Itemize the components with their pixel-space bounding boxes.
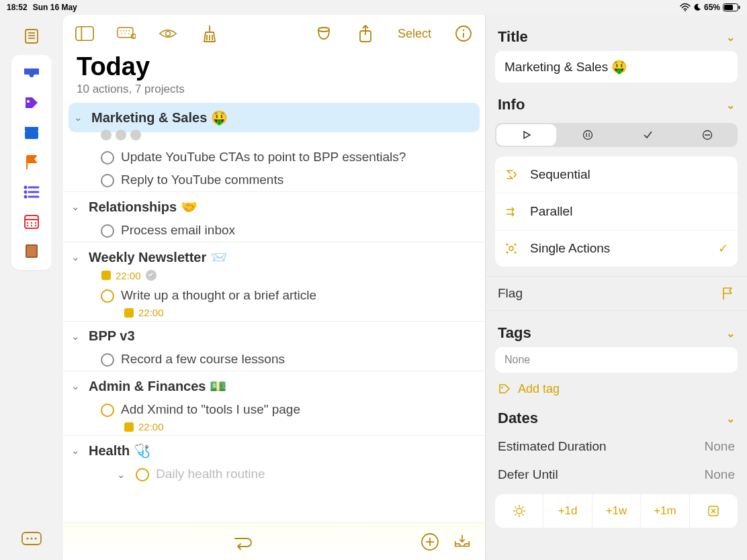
task-checkbox[interactable] [101, 289, 114, 303]
task-text: Write up a thought or a brief article [121, 288, 316, 303]
task-row[interactable]: Add Xmind to "tools I use" page [63, 398, 485, 421]
task-row[interactable]: Record a few course lessons [63, 348, 485, 371]
inspector-info-label: Info [498, 96, 525, 113]
status-active[interactable] [496, 124, 556, 146]
status-time: 18:52 [7, 3, 28, 12]
inspector-panel[interactable]: Title ⌄ Marketing & Sales 🤑 Info ⌄ [485, 15, 747, 560]
chevron-down-icon: ⌄ [726, 412, 735, 425]
svg-point-51 [463, 30, 465, 32]
project-row[interactable]: ⌄ Health 🩺 [63, 435, 485, 463]
flag-row[interactable]: Flag [486, 276, 747, 311]
project-row[interactable]: ⌄ Weekly Newsletter 📨 [63, 242, 485, 269]
sidebar-item-flagged[interactable] [11, 148, 52, 177]
type-parallel[interactable]: Parallel [495, 193, 738, 230]
status-onhold[interactable] [558, 123, 617, 147]
task-row[interactable]: ⌄ Daily health routine [63, 463, 485, 485]
type-single-actions[interactable]: Single Actions ✓ [495, 230, 738, 267]
tags-none: None [504, 354, 530, 365]
defer-1m-button[interactable]: +1m [641, 494, 689, 528]
select-button[interactable]: Select [398, 27, 431, 41]
task-checkbox[interactable] [101, 174, 114, 187]
project-row[interactable]: ⌄ BPP v3 [63, 321, 485, 348]
undo-button[interactable] [228, 532, 255, 551]
defer-today-button[interactable] [495, 494, 543, 528]
main-content: + Select Today 10 actions, 7 projects [63, 15, 485, 560]
title-input[interactable]: Marketing & Sales 🤑 [495, 51, 738, 83]
tags-box[interactable]: None [495, 347, 738, 373]
chevron-down-icon[interactable]: ⌄ [71, 251, 83, 263]
task-row[interactable]: Write up a thought or a brief article [63, 284, 485, 307]
status-completed[interactable] [618, 123, 678, 147]
task-text: Process email inbox [121, 223, 235, 238]
sidebar-item-review[interactable] [11, 207, 52, 236]
svg-point-36 [126, 30, 127, 32]
flag-icon [720, 286, 735, 301]
sequential-icon [504, 168, 519, 181]
sidebar-item-inbox[interactable] [11, 59, 52, 89]
estimated-duration-row[interactable]: Estimated Duration None [486, 432, 747, 461]
task-checkbox[interactable] [136, 468, 149, 481]
svg-point-28 [26, 537, 28, 539]
inspector-title-header[interactable]: Title ⌄ [486, 15, 747, 51]
inspector-dates-header[interactable]: Dates ⌄ [486, 396, 747, 432]
defer-1w-button[interactable]: +1w [592, 494, 641, 528]
cleanup-button[interactable] [200, 24, 219, 43]
svg-point-61 [583, 131, 592, 140]
chevron-down-icon: ⌄ [726, 31, 735, 44]
task-row[interactable]: Process email inbox [63, 219, 485, 242]
chevron-down-icon[interactable]: ⌄ [71, 445, 83, 457]
svg-point-0 [685, 10, 686, 11]
svg-rect-55 [124, 308, 134, 318]
svg-point-37 [128, 30, 130, 32]
sidebar-item-custom[interactable] [11, 236, 52, 266]
title-value: Marketing & Sales 🤑 [504, 60, 627, 74]
project-row[interactable]: ⌄ Marketing & Sales 🤑 [69, 103, 480, 132]
svg-line-79 [515, 507, 516, 508]
info-button[interactable] [454, 24, 473, 43]
task-checkbox[interactable] [101, 224, 114, 238]
sidebar-item-forecast[interactable] [11, 177, 52, 207]
project-title: Health 🩺 [89, 442, 150, 459]
quick-entry-button[interactable] [453, 532, 472, 551]
project-type-list: Sequential Parallel Single Actions ✓ [495, 156, 738, 267]
task-checkbox[interactable] [101, 151, 114, 165]
sidebar-item-home[interactable] [11, 21, 52, 51]
task-checkbox[interactable] [101, 404, 114, 417]
chevron-down-icon[interactable]: ⌄ [117, 469, 129, 481]
sidebar-item-projects[interactable] [11, 118, 52, 148]
toggle-sidebar-button[interactable] [75, 24, 94, 43]
chevron-down-icon[interactable]: ⌄ [71, 380, 83, 392]
status-dropped[interactable] [678, 123, 738, 147]
add-tag-button[interactable]: Add tag [486, 378, 747, 396]
task-list[interactable]: ⌄ Marketing & Sales 🤑 Update YouTube CTA… [63, 101, 485, 522]
defer-clear-button[interactable] [690, 494, 738, 528]
check-icon: ✓ [718, 241, 728, 256]
page-title: Today [77, 52, 472, 81]
share-button[interactable] [356, 24, 375, 43]
jar-button[interactable] [314, 24, 333, 43]
sidebar-more-button[interactable] [11, 524, 52, 553]
keyboard-button[interactable]: + [117, 24, 136, 43]
svg-point-38 [122, 33, 123, 34]
task-row[interactable]: Reply to YouTube comments [63, 169, 485, 191]
chevron-down-icon[interactable]: ⌄ [74, 111, 86, 124]
tag-dot [101, 130, 112, 140]
add-task-button[interactable] [421, 532, 439, 551]
defer-until-row[interactable]: Defer Until None [486, 461, 747, 489]
project-title: Weekly Newsletter 📨 [89, 249, 227, 265]
task-row[interactable]: Update YouTube CTAs to point to BPP esse… [63, 146, 485, 169]
project-row[interactable]: ⌄ Relationships 🤝 [63, 191, 485, 219]
est-value: None [705, 439, 735, 454]
chevron-down-icon[interactable]: ⌄ [71, 330, 83, 342]
project-row[interactable]: ⌄ Admin & Finances 💵 [63, 371, 485, 398]
task-checkbox[interactable] [101, 353, 114, 367]
sidebar-item-tags[interactable] [11, 89, 52, 118]
view-button[interactable] [159, 24, 177, 43]
defer-1d-button[interactable]: +1d [543, 494, 592, 528]
type-sequential[interactable]: Sequential [495, 156, 738, 193]
inspector-tags-header[interactable]: Tags ⌄ [486, 311, 747, 347]
chevron-down-icon[interactable]: ⌄ [71, 201, 83, 213]
inspector-info-header[interactable]: Info ⌄ [486, 83, 747, 119]
project-time: 22:00 [116, 270, 141, 281]
task-text: Add Xmind to "tools I use" page [121, 402, 300, 417]
